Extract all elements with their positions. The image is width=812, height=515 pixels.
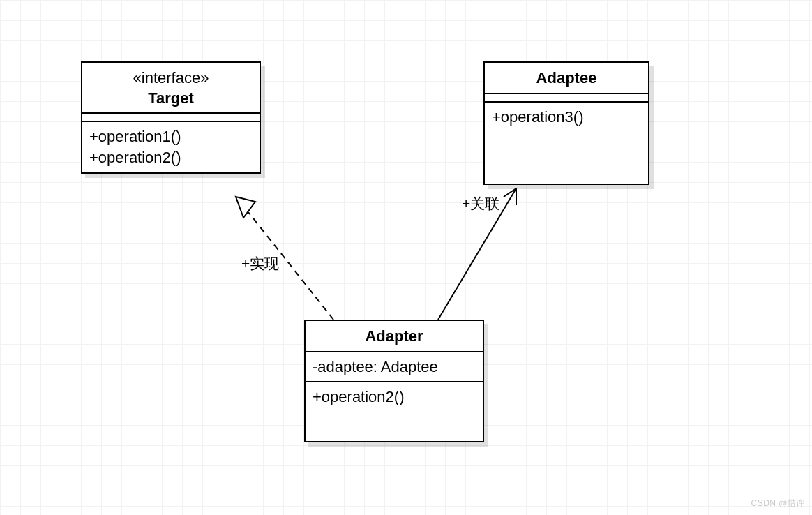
uml-title: «interface» Target	[82, 63, 260, 114]
stereotype-label: «interface»	[89, 68, 253, 89]
edge-label-realize: +实现	[241, 254, 279, 274]
class-name: Adaptee	[492, 68, 641, 89]
uml-class-adapter[interactable]: Adapter -adaptee: Adaptee +operation2()	[304, 320, 484, 442]
uml-class-adaptee[interactable]: Adaptee +operation3()	[483, 61, 649, 185]
class-name: Adapter	[313, 327, 476, 347]
watermark: CSDN @惜许	[751, 498, 805, 509]
uml-title: Adapter	[306, 321, 483, 352]
uml-class-target[interactable]: «interface» Target +operation1() +operat…	[81, 61, 261, 174]
uml-title: Adaptee	[485, 63, 648, 94]
uml-method: +operation2()	[89, 147, 253, 168]
uml-attribute: -adaptee: Adaptee	[313, 357, 476, 378]
uml-attributes-section	[82, 114, 260, 122]
edge-label-assoc: +关联	[462, 194, 499, 214]
uml-method: +operation1()	[89, 126, 253, 147]
uml-methods-section: +operation1() +operation2()	[82, 122, 260, 172]
uml-method: +operation3()	[492, 107, 641, 128]
uml-method: +operation2()	[313, 387, 476, 408]
uml-attributes-section	[485, 94, 648, 103]
uml-methods-section: +operation2()	[306, 382, 483, 433]
uml-methods-section: +operation3()	[485, 103, 648, 176]
uml-attributes-section: -adaptee: Adaptee	[306, 352, 483, 383]
class-name: Target	[89, 89, 253, 109]
